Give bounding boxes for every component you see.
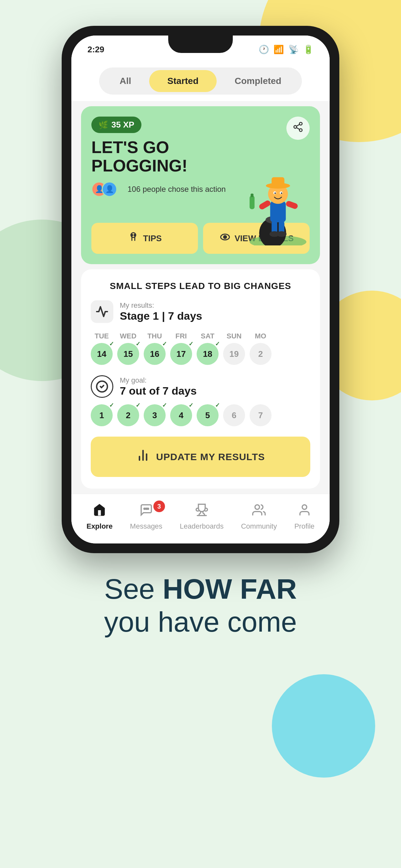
checkmark-3: ✓ — [189, 340, 193, 347]
results-value: Stage 1 | 7 days — [120, 310, 202, 322]
day-label-2: THU — [147, 332, 162, 340]
svg-point-36 — [147, 508, 149, 509]
bottom-tagline: See HOW FAR you have come — [0, 572, 401, 639]
svg-line-3 — [297, 128, 300, 129]
messages-badge: 3 — [153, 500, 165, 512]
nav-messages[interactable]: 3 Messages — [130, 503, 162, 531]
svg-point-15 — [281, 192, 282, 194]
svg-point-37 — [255, 505, 259, 509]
day-col-4: SAT18✓ — [197, 332, 219, 365]
goal-label: My goal: — [120, 376, 197, 384]
svg-point-23 — [277, 231, 287, 237]
update-results-button[interactable]: UPDATE MY RESULTS — [91, 437, 310, 477]
battery-icon: 🔋 — [303, 44, 313, 55]
day-circle-4[interactable]: 18✓ — [197, 343, 219, 365]
goal-text: My goal: 7 out of 7 days — [120, 376, 197, 397]
leaf-icon: 🌿 — [98, 120, 108, 129]
update-button-label: UPDATE MY RESULTS — [156, 452, 265, 462]
num-circle-0[interactable]: 1✓ — [91, 404, 113, 426]
bg-blue-blob — [272, 674, 375, 778]
nav-explore[interactable]: Explore — [87, 503, 113, 531]
steps-heading: SMALL STEPS LEAD TO BIG CHANGES — [91, 281, 310, 291]
day-label-1: WED — [120, 332, 136, 340]
tab-completed[interactable]: Completed — [217, 70, 300, 92]
status-icons: 🕐 📶 📡 🔋 — [258, 44, 313, 55]
svg-point-29 — [224, 237, 226, 238]
results-label: My results: — [120, 301, 202, 310]
eye-icon — [219, 231, 231, 245]
trophy-icon — [195, 503, 209, 520]
num-circle-3[interactable]: 4✓ — [170, 404, 192, 426]
num-circle-2[interactable]: 3✓ — [144, 404, 166, 426]
tips-label: TIPS — [143, 234, 162, 244]
svg-point-25 — [131, 235, 133, 236]
nav-community[interactable]: Community — [241, 503, 277, 531]
day-col-0: TUE14✓ — [91, 332, 113, 365]
tips-icon — [127, 231, 139, 245]
tab-bar: All Started Completed — [71, 60, 330, 101]
num-checkmark-1: ✓ — [135, 402, 141, 409]
tab-all[interactable]: All — [102, 70, 150, 92]
profile-icon — [298, 503, 311, 520]
people-count: 106 people chose this action — [127, 185, 226, 194]
nav-explore-label: Explore — [87, 522, 113, 531]
tab-pills-container: All Started Completed — [99, 67, 302, 95]
signal-icon: 📡 — [288, 44, 299, 55]
clock-icon: 🕐 — [258, 44, 269, 55]
day-circle-3[interactable]: 17✓ — [170, 343, 192, 365]
svg-line-4 — [297, 124, 300, 126]
nav-leaderboards-label: Leaderboards — [180, 522, 224, 531]
day-circle-2[interactable]: 16✓ — [144, 343, 166, 365]
phone-screen: 2:29 🕐 📶 📡 🔋 All Started Completed 🌿 35 … — [71, 35, 330, 544]
day-col-3: FRI17✓ — [170, 332, 192, 365]
avatar-group: 👤 👤 — [91, 182, 117, 197]
day-label-4: SAT — [201, 332, 214, 340]
num-checkmark-3: ✓ — [189, 402, 193, 409]
tab-started[interactable]: Started — [149, 70, 216, 92]
tips-button[interactable]: TIPS — [91, 223, 198, 254]
message-icon — [140, 503, 153, 520]
day-label-6: MO — [255, 332, 266, 340]
wifi-icon: 📶 — [274, 44, 284, 55]
day-label-0: TUE — [95, 332, 109, 340]
community-icon — [252, 503, 266, 520]
svg-rect-16 — [258, 199, 272, 211]
day-col-6: MO2 — [250, 332, 272, 365]
num-checkmark-4: ✓ — [215, 402, 220, 409]
day-circle-1[interactable]: 15✓ — [117, 343, 139, 365]
day-circle-5: 19 — [223, 343, 245, 365]
avatar-2: 👤 — [102, 182, 117, 197]
action-card: 🌿 35 XP LET'S GO PLOGGING! 👤 👤 106 peopl… — [81, 106, 320, 264]
nav-leaderboards[interactable]: Leaderboards — [180, 503, 224, 531]
steps-section: SMALL STEPS LEAD TO BIG CHANGES My resul… — [81, 269, 320, 489]
svg-point-38 — [302, 505, 307, 509]
tagline-line2: you have come — [0, 606, 401, 639]
phone-frame: 2:29 🕐 📶 📡 🔋 All Started Completed 🌿 35 … — [62, 26, 339, 553]
num-circle-6[interactable]: 7 — [250, 404, 272, 426]
svg-rect-17 — [250, 196, 254, 209]
day-col-5: SUN19 — [223, 332, 245, 365]
day-circle-0[interactable]: 14✓ — [91, 343, 113, 365]
bottom-nav: Explore 3 Messages — [71, 494, 330, 544]
nav-profile[interactable]: Profile — [295, 503, 314, 531]
phone-notch — [168, 35, 233, 53]
num-circle-1[interactable]: 2✓ — [117, 404, 139, 426]
nav-messages-label: Messages — [130, 522, 162, 531]
svg-rect-8 — [270, 201, 286, 222]
tagline-line1: See HOW FAR — [0, 572, 401, 606]
svg-point-14 — [274, 192, 276, 194]
nav-profile-label: Profile — [295, 522, 314, 531]
checkmark-2: ✓ — [162, 340, 167, 347]
svg-point-26 — [134, 235, 135, 236]
goal-value: 7 out of 7 days — [120, 384, 197, 397]
goal-icon — [91, 375, 113, 398]
num-circle-5[interactable]: 6 — [223, 404, 245, 426]
day-col-1: WED15✓ — [117, 332, 139, 365]
share-button[interactable] — [286, 117, 310, 140]
svg-rect-11 — [272, 177, 284, 187]
chart-icon — [136, 448, 150, 465]
num-circle-4[interactable]: 5✓ — [197, 404, 219, 426]
xp-badge: 🌿 35 XP — [91, 117, 142, 133]
share-icon — [292, 121, 304, 135]
day-col-2: THU16✓ — [144, 332, 166, 365]
